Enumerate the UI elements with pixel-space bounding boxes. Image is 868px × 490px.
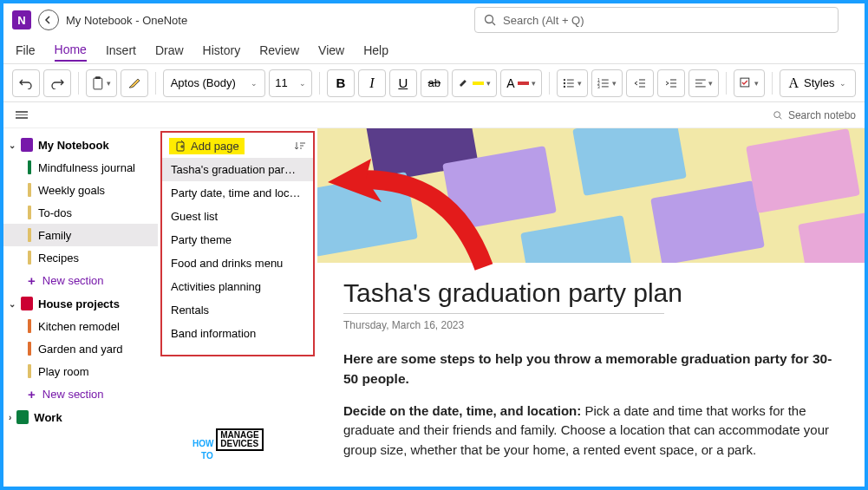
page-item[interactable]: Band information — [162, 322, 313, 345]
add-page-button[interactable]: Add page — [169, 138, 245, 154]
titlebar: My Notebook - OneNote Search (Alt + Q) — [3, 3, 865, 36]
menu-history[interactable]: History — [203, 40, 241, 61]
intro-paragraph[interactable]: Here are some steps to help you throw a … — [343, 349, 839, 389]
numbering-icon: 123 — [597, 78, 610, 88]
onenote-app-icon — [12, 10, 31, 29]
redo-icon — [50, 77, 64, 89]
page-item[interactable]: Guest list — [162, 205, 313, 228]
indent-icon — [665, 78, 677, 88]
menu-home[interactable]: Home — [55, 39, 87, 62]
plus-icon: + — [28, 387, 36, 402]
search-notebook-box[interactable]: Search notebo — [773, 109, 856, 121]
highlight-button[interactable]: ▾ — [452, 69, 497, 97]
menubar: File Home Insert Draw History Review Vie… — [3, 36, 865, 64]
chevron-icon: ⌄ — [9, 140, 16, 150]
section-name: To-dos — [38, 206, 72, 219]
outdent-icon — [634, 78, 646, 88]
styles-icon: A — [788, 75, 799, 91]
menu-file[interactable]: File — [16, 40, 36, 61]
body-paragraph[interactable]: Decide on the date, time, and location: … — [343, 402, 839, 461]
section-item[interactable]: To-dos — [3, 201, 158, 224]
highlighter-icon — [458, 78, 470, 88]
section-item[interactable]: Weekly goals — [3, 179, 158, 201]
numbering-button[interactable]: 123▾ — [591, 69, 623, 97]
page-item[interactable]: Food and drinks menu — [162, 252, 313, 275]
page-title[interactable]: Tasha's graduation party plan — [343, 278, 839, 308]
para-label: Decide on the date, time, and location: — [343, 403, 581, 418]
notebook-header[interactable]: ›Work — [3, 406, 158, 428]
page-item[interactable]: Rentals — [162, 298, 313, 322]
strike-icon: ab — [428, 76, 441, 89]
search-box[interactable]: Search (Alt + Q) — [474, 7, 839, 33]
menu-insert[interactable]: Insert — [106, 40, 136, 61]
font-size-select[interactable]: 11⌄ — [269, 69, 312, 97]
underline-icon: U — [398, 75, 408, 90]
back-button[interactable] — [38, 10, 59, 30]
page-item[interactable]: Activities planning — [162, 275, 313, 298]
section-item[interactable]: Play room — [3, 360, 158, 382]
italic-button[interactable]: I — [358, 69, 386, 97]
page-item[interactable]: Tasha's graduation par… — [162, 158, 313, 181]
bold-icon: B — [336, 75, 345, 90]
indent-button[interactable] — [657, 69, 685, 97]
separator — [726, 72, 727, 95]
section-item[interactable]: Mindfulness journal — [3, 156, 158, 179]
notebook-nav: ⌄My NotebookMindfulness journalWeekly go… — [3, 128, 158, 487]
svg-point-5 — [564, 85, 565, 87]
sort-icon[interactable] — [294, 140, 306, 153]
section-color-bar — [28, 160, 31, 174]
section-color-bar — [28, 251, 31, 265]
chevron-icon: ⌄ — [9, 299, 16, 309]
checkbox-star-icon — [740, 77, 752, 89]
menu-help[interactable]: Help — [363, 40, 388, 61]
section-item[interactable]: Kitchen remodel — [3, 315, 158, 337]
section-item[interactable]: Family — [3, 224, 158, 246]
font-name-select[interactable]: Aptos (Body)⌄ — [163, 69, 266, 97]
menu-review[interactable]: Review — [259, 40, 299, 61]
chevron-icon: › — [9, 413, 11, 422]
strikethrough-button[interactable]: ab — [421, 69, 448, 97]
notebook-icon — [21, 297, 33, 310]
section-name: Family — [38, 229, 71, 242]
svg-point-4 — [564, 82, 565, 83]
styles-button[interactable]: AStyles⌄ — [780, 69, 856, 97]
new-section-button[interactable]: +New section — [3, 269, 158, 292]
bold-button[interactable]: B — [327, 69, 355, 97]
section-color-bar — [28, 206, 31, 219]
arrow-left-icon — [43, 15, 54, 25]
section-color-bar — [28, 364, 31, 378]
notebook-header[interactable]: ⌄My Notebook — [3, 134, 158, 156]
paste-button[interactable]: ▾ — [86, 69, 117, 97]
bullets-button[interactable]: ▾ — [557, 69, 588, 97]
section-item[interactable]: Garden and yard — [3, 337, 158, 360]
page-body[interactable]: Tasha's graduation party plan Thursday, … — [317, 263, 865, 487]
subheader: Search notebo — [3, 102, 865, 128]
new-section-button[interactable]: +New section — [3, 382, 158, 406]
watermark: HOW MANAGEDEVICES TO — [193, 428, 264, 461]
section-item[interactable]: Recipes — [3, 246, 158, 269]
font-color-button[interactable]: A▾ — [500, 69, 542, 97]
hamburger-button[interactable] — [12, 106, 31, 124]
redo-button[interactable] — [43, 69, 71, 97]
menu-draw[interactable]: Draw — [155, 40, 184, 61]
outdent-button[interactable] — [626, 69, 654, 97]
window-title: My Notebook - OneNote — [66, 14, 187, 27]
notebook-header[interactable]: ⌄House projects — [3, 292, 158, 315]
brush-icon — [127, 77, 141, 89]
menu-view[interactable]: View — [318, 40, 344, 61]
italic-icon: I — [369, 75, 374, 91]
format-painter-button[interactable] — [121, 69, 148, 97]
page-item[interactable]: Party date, time and locat… — [162, 181, 313, 205]
align-button[interactable]: ▾ — [689, 69, 720, 97]
section-name: Mindfulness journal — [38, 161, 135, 174]
search-notebook-label: Search notebo — [788, 109, 856, 121]
undo-icon — [19, 77, 33, 89]
svg-point-3 — [564, 78, 565, 80]
new-section-label: New section — [42, 274, 104, 287]
tags-button[interactable]: ▾ — [734, 69, 765, 97]
underline-button[interactable]: U — [389, 69, 417, 97]
section-color-bar — [28, 319, 31, 333]
page-item[interactable]: Party theme — [162, 228, 313, 252]
undo-button[interactable] — [12, 69, 40, 97]
section-name: Recipes — [38, 252, 79, 265]
